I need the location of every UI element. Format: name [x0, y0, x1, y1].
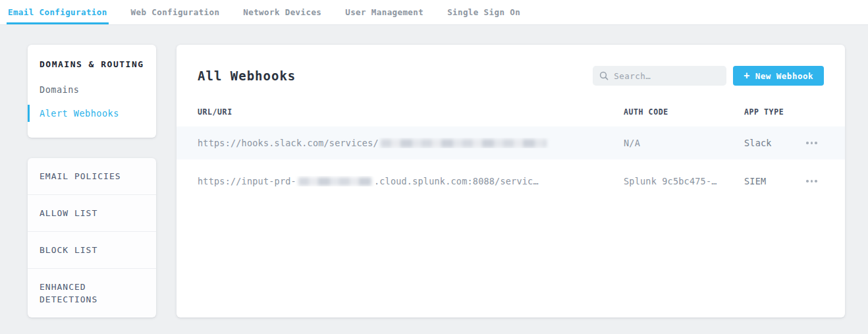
url-text: https://hooks.slack.com/services/ — [198, 138, 379, 148]
app-type: SIEM — [744, 176, 796, 186]
page-title: All Webhooks — [198, 69, 593, 83]
table-row: https://input-prd- .cloud.splunk.com:808… — [198, 165, 824, 198]
new-webhook-button[interactable]: + New Webhook — [733, 66, 824, 86]
sidebar: DOMAINS & ROUTING Domains Alert Webhooks… — [28, 45, 156, 318]
sidebar-item-domains[interactable]: Domains — [28, 81, 144, 98]
new-webhook-label: New Webhook — [755, 71, 813, 81]
tab-web-configuration[interactable]: Web Configuration — [130, 0, 221, 24]
auth-code: Splunk 9c5bc475-… — [624, 176, 744, 186]
column-header-auth: AUTH CODE — [624, 107, 744, 117]
tab-single-sign-on[interactable]: Single Sign On — [446, 0, 522, 24]
sidebar-item-allow-list[interactable]: ALLOW LIST — [28, 195, 156, 232]
url-text: https://input-prd- — [198, 176, 296, 186]
url-text: .cloud.splunk.com:8088/servic… — [374, 176, 539, 186]
row-menu-ellipsis-icon[interactable] — [805, 138, 819, 148]
sidebar-item-block-list[interactable]: BLOCK LIST — [28, 232, 156, 269]
panel-header: All Webhooks + New Webhook — [198, 66, 824, 86]
table-row: https://hooks.slack.com/services/ N/A Sl… — [176, 126, 845, 159]
row-menu-ellipsis-icon[interactable] — [805, 176, 819, 186]
webhooks-table: URL/URI AUTH CODE APP TYPE https://hooks… — [198, 104, 824, 198]
top-navigation: Email Configuration Web Configuration Ne… — [0, 0, 868, 25]
tab-network-devices[interactable]: Network Devices — [242, 0, 323, 24]
webhook-url: https://hooks.slack.com/services/ — [198, 138, 624, 148]
content-area: DOMAINS & ROUTING Domains Alert Webhooks… — [0, 25, 868, 318]
webhooks-panel: All Webhooks + New Webhook URL/URI AUTH … — [176, 45, 845, 318]
app-type: Slack — [744, 138, 796, 148]
domains-routing-title: DOMAINS & ROUTING — [40, 59, 144, 69]
search-box[interactable] — [593, 66, 726, 86]
search-input[interactable] — [614, 71, 720, 81]
table-header-row: URL/URI AUTH CODE APP TYPE — [198, 104, 824, 120]
redacted-text — [298, 177, 372, 186]
auth-code: N/A — [624, 138, 744, 148]
redacted-text — [381, 139, 547, 148]
plus-icon: + — [744, 71, 750, 81]
sidebar-item-alert-webhooks[interactable]: Alert Webhooks — [28, 105, 144, 122]
column-header-app: APP TYPE — [744, 107, 796, 117]
webhook-url: https://input-prd- .cloud.splunk.com:808… — [198, 176, 624, 186]
domains-routing-card: DOMAINS & ROUTING Domains Alert Webhooks — [28, 45, 156, 138]
tab-user-management[interactable]: User Management — [344, 0, 425, 24]
search-icon — [599, 71, 609, 80]
sidebar-item-email-policies[interactable]: EMAIL POLICIES — [28, 158, 156, 195]
tab-email-configuration[interactable]: Email Configuration — [7, 0, 109, 24]
column-header-url: URL/URI — [198, 107, 624, 117]
sidebar-sections-card: EMAIL POLICIES ALLOW LIST BLOCK LIST ENH… — [28, 158, 156, 318]
sidebar-item-enhanced-detections[interactable]: ENHANCED DETECTIONS — [28, 269, 156, 318]
